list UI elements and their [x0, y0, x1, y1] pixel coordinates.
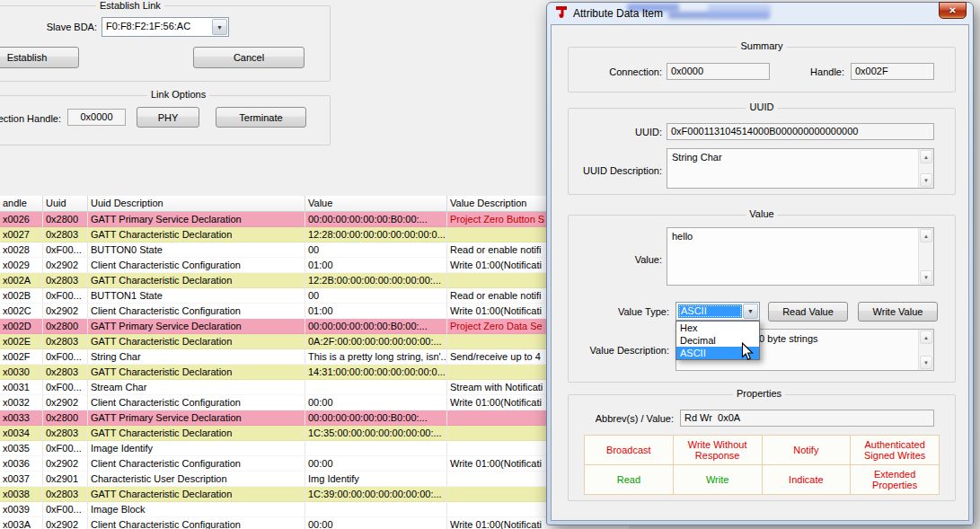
scrollbar[interactable]: ▲ ▼: [918, 330, 933, 370]
abbrev-value-field[interactable]: Rd Wr 0x0A: [680, 410, 934, 427]
value-type-combobox[interactable]: ASCII ▼: [675, 302, 760, 321]
handle-value: 0x002F: [855, 66, 888, 77]
property-write-without-response: Write Without Response: [674, 436, 763, 465]
read-value-button[interactable]: Read Value: [768, 302, 848, 322]
scroll-up-icon[interactable]: ▲: [920, 331, 932, 344]
connection-value: 0x0000: [671, 66, 703, 77]
properties-group-title: Properties: [733, 388, 785, 400]
properties-grid: BroadcastWrite Without ResponseNotifyAut…: [584, 435, 940, 495]
property-read: Read: [585, 465, 674, 495]
uuid-label: UUID:: [579, 127, 662, 138]
value-type-option-hex[interactable]: Hex: [676, 322, 759, 334]
uuid-group-title: UUID: [746, 101, 778, 113]
value-group-title: Value: [746, 208, 777, 220]
abbrev-value-label: Abbrev(s) / Value:: [573, 413, 674, 425]
uuid-description-field[interactable]: String Char ▲ ▼: [667, 148, 934, 189]
write-value-button[interactable]: Write Value: [858, 302, 938, 322]
scroll-up-icon[interactable]: ▲: [920, 150, 932, 163]
close-icon: ✕: [949, 5, 956, 15]
ti-logo-icon: [554, 4, 569, 19]
aero-glass-smudge: [708, 4, 771, 18]
scroll-up-icon[interactable]: ▲: [920, 229, 932, 242]
scrollbar[interactable]: ▲ ▼: [918, 149, 933, 188]
property-indicate: Indicate: [763, 465, 852, 495]
uuid-description-value: String Char: [672, 152, 722, 163]
scroll-down-icon[interactable]: ▼: [920, 356, 932, 369]
value-description-text: 40 byte strings: [754, 333, 818, 345]
scroll-down-icon[interactable]: ▼: [920, 270, 932, 284]
value-type-selected: ASCII: [678, 304, 742, 318]
connection-label: Connection:: [579, 66, 662, 78]
uuid-description-label: UUID Description:: [563, 165, 662, 177]
property-notify: Notify: [763, 436, 852, 465]
value-label: Value:: [579, 254, 662, 266]
screen: Establish Link Slave BDA: F0:F8:F2:1F:56…: [0, 0, 980, 529]
abbrev-value: Rd Wr 0x0A: [684, 412, 740, 424]
property-broadcast: Broadcast: [585, 436, 674, 465]
mouse-cursor: [741, 342, 755, 361]
connection-field[interactable]: 0x0000: [667, 63, 770, 80]
value-type-label: Value Type:: [573, 306, 669, 318]
property-write: Write: [674, 465, 763, 495]
close-button[interactable]: ✕: [939, 2, 967, 19]
value-text: hello: [672, 231, 693, 242]
scrollbar[interactable]: ▲ ▼: [918, 228, 933, 285]
chevron-down-icon[interactable]: ▼: [743, 304, 758, 319]
handle-label: Handle:: [790, 66, 844, 78]
property-extended-properties: Extended Properties: [851, 465, 940, 495]
summary-group-title: Summary: [737, 40, 786, 52]
property-authenticated-signed-writes: Authenticated Signed Writes: [851, 436, 940, 465]
handle-field[interactable]: 0x002F: [851, 63, 934, 80]
value-description-label: Value Description:: [573, 345, 669, 357]
uuid-value: 0xF000113104514000B000000000000000: [671, 126, 858, 137]
scroll-down-icon[interactable]: ▼: [920, 173, 932, 187]
uuid-field[interactable]: 0xF000113104514000B000000000000000: [667, 123, 934, 140]
value-field[interactable]: hello ▲ ▼: [667, 227, 934, 286]
dialog-title: Attribute Data Item: [573, 7, 663, 20]
